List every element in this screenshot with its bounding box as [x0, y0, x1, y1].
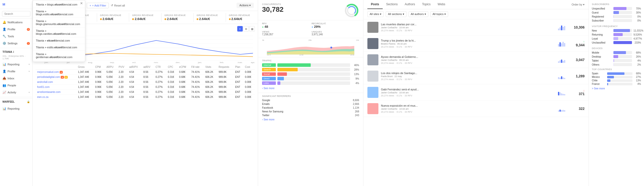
chart-view-bar[interactable]: ▦	[249, 26, 255, 32]
traffic-pct-2: 13%	[352, 73, 359, 76]
dropdown-item-4[interactable]: Titania » elconfdencial.com	[33, 37, 85, 44]
metric-value-2: 2.64k/€	[100, 17, 126, 21]
sidebar-item-reporting[interactable]: 📊 Reporting ▾	[0, 61, 32, 68]
post-item-5: Nueva exposición en el mus... Javier Cor…	[363, 101, 589, 117]
countries-see-more[interactable]: > See more	[592, 87, 641, 90]
vf-label-3: Unclassified	[592, 41, 612, 44]
referrers-see-more[interactable]: › See more	[262, 117, 359, 122]
sidebar-item-profile[interactable]: 👤 Profile ▾	[0, 68, 32, 75]
site-link[interactable]: arnelioretasante.com	[37, 91, 60, 93]
recirc-box: RECIRCULAT. ● 29%	[312, 22, 359, 29]
sidebar-item-notifications[interactable]: 🔔 Notifications	[0, 19, 32, 26]
traffic-row-1: Search 28%	[262, 68, 359, 71]
country-3: France 4%	[592, 83, 641, 85]
referrers-title: SIGNIFICANT REFERRERS	[262, 95, 359, 97]
vf-pct-2: 4,977%	[633, 37, 641, 40]
sidebar-item-people[interactable]: 👥 People	[0, 82, 32, 89]
dev-label-2: Tablet	[592, 59, 612, 62]
time-labels: 3k 28k 14k	[262, 39, 359, 41]
country-pct-3: 4%	[634, 83, 641, 85]
content-panel: Posts Sections Authors Topics Webs Order…	[363, 0, 589, 186]
dropdown-item-6[interactable]: Titania » gentleman.elconfdencial.com	[33, 51, 85, 61]
sub-bar-2	[613, 15, 614, 18]
sub-bar-bg-3	[613, 19, 632, 22]
dev-label-0: Mobile	[592, 51, 612, 54]
table-row: mejorconsalud.com ● 1,347.44€0.96€5.05€2…	[36, 70, 255, 75]
marfeel-reporting-icon: 📊	[3, 107, 6, 110]
metric-5: GROSS REVENUE 2.64k/€	[194, 13, 226, 22]
nav-posts[interactable]: Posts	[367, 0, 383, 9]
chart-view-grid[interactable]: ⊞	[243, 26, 249, 32]
site-link[interactable]: periodistadigital.com	[37, 76, 60, 78]
svg-text:12:00: 12:00	[299, 54, 303, 56]
filter-authors[interactable]: All authors ▾	[409, 11, 428, 17]
col-pvv: PV/V	[117, 65, 128, 70]
sidebar-item-settings[interactable]: ⚙️ Settings 1	[0, 40, 32, 47]
nav-webs[interactable]: Webs	[434, 0, 449, 9]
sidebar-item-activity[interactable]: 📈 Activity ▾	[0, 89, 32, 96]
dropdown-item-1[interactable]: Titania » blogs.estilo.elconfdencial.com	[33, 8, 85, 18]
site-link[interactable]: ewn.co.za	[37, 96, 48, 98]
sidebar-item-tools[interactable]: 🔧 Tools	[0, 33, 32, 40]
sidebar-item-label: Tools	[8, 35, 14, 38]
dropdown-item-5[interactable]: Titania » estilo.elconfdencial.com	[33, 44, 85, 51]
dev-pct-2: 4%	[633, 59, 641, 62]
country-pct-2: 13%	[634, 79, 641, 82]
post-meta-4: Javier Corbacho 10:44 am	[381, 91, 555, 94]
country-name-0: Spain	[592, 72, 606, 75]
svg-text:24:00: 24:00	[350, 54, 354, 56]
col-ecpm: eCPM	[178, 65, 190, 70]
post-value-0: 10,306	[570, 25, 585, 29]
actions-button[interactable]: Actions ▾	[236, 3, 254, 8]
post-info-1: Trump y los jinetes de la hi... Beatriz …	[381, 39, 555, 48]
dropdown-item-3[interactable]: Titania » blogs.vanities.elconfdencial.c…	[33, 28, 85, 37]
settings-badge: 1	[27, 42, 30, 45]
svg-point-30	[330, 47, 332, 48]
dev-pct-3: 2%	[633, 63, 641, 66]
reset-all-button[interactable]: ↺ Reset all	[111, 4, 125, 7]
sidebar-item-inbox[interactable]: 📥 Inbox	[0, 75, 32, 82]
search-input[interactable]	[2, 11, 30, 17]
dropdown-item-0[interactable]: Titania » blogs.elconfdencial.com	[33, 1, 85, 8]
subscriber-row-0: Unspecified 70%	[592, 7, 641, 10]
traffic-section: TRAFFIC Internal 46% Search 28% Social 1…	[258, 57, 363, 93]
filter-sections[interactable]: All sections ▾	[386, 11, 407, 17]
order-by[interactable]: Order by ▾	[572, 3, 585, 6]
traffic-see-more[interactable]: › See more	[262, 86, 359, 91]
sidebar-item-label: Settings	[8, 42, 18, 45]
dev-bar-bg-1	[613, 55, 632, 58]
col-arpu: ARPU	[105, 65, 117, 70]
site-link[interactable]: andro4all.com	[37, 81, 53, 83]
country-1: Mexico 27%	[592, 76, 641, 78]
vf-bar-0	[613, 29, 630, 32]
country-pct-1: 27%	[634, 76, 641, 78]
country-0: Spain 68%	[592, 72, 641, 75]
sidebar-item-profile-top[interactable]: 👤 Profile 6	[0, 26, 32, 33]
filter-topics[interactable]: All topics ▾	[430, 11, 448, 17]
add-filter-button[interactable]: + + Add Filter	[87, 3, 109, 8]
referrer-3: News for Samsung268	[262, 110, 359, 113]
nav-sections[interactable]: Sections	[383, 0, 401, 9]
nav-authors[interactable]: Authors	[401, 0, 419, 9]
filter-sites[interactable]: All sites ▾	[367, 11, 384, 17]
views-box: VIEWS 7,258,357	[262, 31, 310, 36]
traffic-bar-bg-2	[277, 72, 350, 76]
chart-view-line[interactable]: ≡	[237, 26, 243, 32]
uniques-box: UNIQUES 3,971,146	[312, 31, 359, 36]
dev-bar-bg-3	[613, 63, 632, 66]
site-link[interactable]: foot01.com	[37, 86, 49, 88]
table-row: periodistadigital.com ●● 1,347.44€0.96€5…	[36, 75, 255, 80]
sidebar-item-marfeel-reporting[interactable]: 📊 Reporting	[0, 105, 32, 112]
site-link[interactable]: mejorconsalud.com	[37, 71, 59, 73]
nav-topics[interactable]: Topics	[419, 0, 434, 9]
dropdown-item-2[interactable]: Titania » blogs.glamouritis.elconfdencia…	[33, 18, 85, 28]
post-item-2: Ayuso demanda al Gobierno... Javier Corb…	[363, 52, 589, 68]
titania-badge: i	[13, 51, 14, 53]
tools-icon: 🔧	[3, 35, 6, 38]
col-adrv: adR/V	[142, 65, 154, 70]
metric-label-2: GROSS REVENUE	[100, 14, 126, 17]
country-2: Chile 13%	[592, 79, 641, 82]
divider2	[0, 97, 32, 97]
close-button[interactable]: ✕	[80, 1, 83, 5]
dev-label-3: Others	[592, 63, 612, 66]
